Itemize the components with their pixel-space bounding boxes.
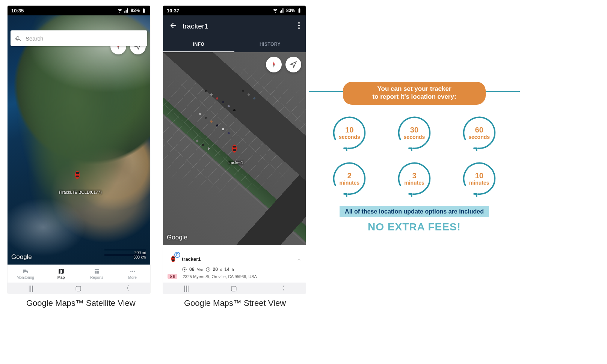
status-time: 10:35 [11, 8, 24, 14]
tracker-address: 2325 Myers St, Oroville, CA 95966, USA [183, 274, 257, 279]
interval-options: 10seconds30seconds60seconds2minutes3minu… [315, 115, 514, 196]
svg-rect-10 [233, 146, 236, 148]
back-button[interactable]: 〈 [123, 284, 130, 293]
svg-rect-14 [172, 259, 174, 261]
search-icon [15, 35, 22, 42]
interval-option: 2minutes [332, 161, 367, 196]
svg-point-9 [232, 144, 237, 153]
promo-subtext: All of these location update options are… [340, 206, 489, 217]
svg-point-0 [75, 171, 80, 179]
page-header: tracker1 [163, 15, 306, 37]
home-button[interactable]: ▢ [231, 284, 237, 292]
tracker-times: 06 Mar 20 d 14 h [182, 267, 301, 272]
nav-more[interactable]: More [115, 265, 150, 283]
age-badge: 5 h [168, 274, 177, 279]
wifi-icon [117, 8, 122, 13]
svg-rect-2 [76, 176, 79, 177]
satellite-map[interactable]: iTrackLTE BOLD(0177) Google 200 mi 500 k… [8, 15, 150, 265]
svg-rect-11 [233, 149, 236, 151]
tracker-info-card[interactable]: P tracker1 ︿ 06 Mar 20 d 14 h 5 h 2325 M… [163, 250, 306, 283]
caption-street: Google Maps™ Street View [184, 298, 286, 308]
truck-icon [22, 268, 29, 275]
battery-icon [297, 8, 302, 13]
locate-button[interactable] [285, 57, 301, 72]
signal-icon [279, 8, 285, 13]
svg-point-5 [134, 271, 135, 272]
status-icons: 83% [117, 8, 146, 13]
promo-headline: You can set your tracker to report it's … [343, 82, 486, 105]
svg-rect-1 [76, 172, 79, 174]
map-scale: 200 mi 500 km [104, 250, 146, 259]
caption-satellite: Google Maps™ Satellite View [26, 298, 136, 308]
clock-icon [205, 267, 211, 272]
compass-button[interactable] [266, 57, 282, 72]
tracker-marker[interactable] [231, 143, 238, 154]
search-bar[interactable] [11, 30, 147, 46]
locate-icon [290, 61, 297, 68]
status-icons: 83% [273, 8, 302, 13]
bottom-nav: Monitoring Map Reports More [8, 265, 150, 283]
reports-icon [93, 268, 101, 275]
back-button[interactable]: 〈 [278, 284, 285, 293]
arrow-left-icon [169, 21, 177, 30]
search-input[interactable] [26, 35, 143, 42]
svg-point-7 [298, 25, 300, 26]
interval-option: 3minutes [397, 161, 432, 196]
tabs: INFO HISTORY [163, 37, 306, 52]
compass-icon [270, 61, 278, 68]
parked-badge: P [174, 252, 180, 258]
nav-map[interactable]: Map [43, 265, 79, 283]
kebab-icon [298, 22, 300, 29]
interval-option: 60seconds [462, 115, 497, 150]
svg-point-8 [298, 27, 300, 29]
tracker-name: tracker1 [182, 256, 201, 262]
home-button[interactable]: ▢ [75, 284, 82, 292]
tab-info[interactable]: INFO [163, 37, 234, 52]
chevron-up-icon[interactable]: ︿ [297, 256, 301, 262]
tracker-marker[interactable] [74, 170, 81, 180]
svg-point-4 [132, 271, 133, 272]
svg-point-12 [171, 256, 175, 262]
interval-option: 30seconds [397, 115, 432, 150]
marker-label: tracker1 [228, 160, 243, 165]
street-map[interactable]: tracker1 Google [163, 52, 306, 245]
android-nav-bar: ||| ▢ 〈 [8, 283, 150, 294]
tracker-avatar: P [168, 253, 179, 265]
promo-panel: You can set your tracker to report it's … [315, 82, 514, 233]
google-logo: Google [11, 253, 32, 261]
status-bar: 10:35 83% [8, 6, 150, 15]
more-icon [129, 268, 136, 275]
phone-satellite: 10:35 83% iTrackLTE BOLD(0177) Google 20 [8, 6, 150, 294]
nav-monitoring[interactable]: Monitoring [8, 265, 43, 283]
wifi-icon [273, 8, 278, 13]
svg-point-6 [298, 22, 300, 24]
status-time: 10:37 [167, 8, 179, 14]
interval-option: 10seconds [332, 115, 367, 150]
recents-button[interactable]: ||| [28, 284, 33, 292]
status-bar: 10:37 83% [163, 6, 306, 15]
battery-icon [141, 8, 146, 13]
signal-icon [124, 8, 129, 13]
overflow-button[interactable] [295, 19, 303, 33]
interval-option: 10minutes [462, 161, 497, 196]
android-nav-bar: ||| ▢ 〈 [163, 283, 306, 294]
promo-nofees: NO EXTRA FEES! [315, 221, 514, 233]
tab-history[interactable]: HISTORY [234, 37, 306, 52]
recents-button[interactable]: ||| [184, 284, 189, 292]
svg-rect-13 [172, 257, 174, 258]
play-icon [182, 267, 187, 272]
phone-street: 10:37 83% tracker1 INFO HISTORY [163, 6, 306, 294]
map-icon [57, 268, 65, 275]
marker-label: iTrackLTE BOLD(0177) [59, 190, 102, 194]
tracker-address-row: 5 h 2325 Myers St, Oroville, CA 95966, U… [182, 274, 301, 279]
battery-percent: 83% [131, 8, 140, 13]
google-logo: Google [167, 234, 187, 241]
svg-point-3 [130, 271, 131, 272]
battery-percent: 83% [286, 8, 295, 13]
back-button[interactable] [166, 18, 183, 34]
page-title: tracker1 [183, 22, 295, 30]
nav-reports[interactable]: Reports [79, 265, 115, 283]
